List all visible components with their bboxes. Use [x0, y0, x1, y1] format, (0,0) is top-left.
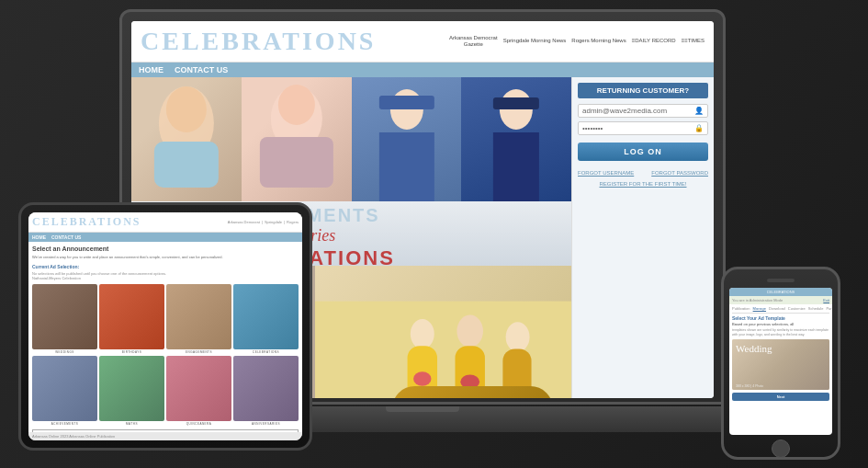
- tablet-nav: HOME CONTACT US: [28, 233, 302, 242]
- create-announcement-button[interactable]: CREATE YOUR ANNOUNCEMENT ❯: [392, 386, 553, 398]
- password-input-row: •••••••• 🔒: [578, 121, 708, 135]
- logo-daily: ≡DAILY RECORD: [632, 38, 676, 44]
- logon-button[interactable]: LOG ON: [578, 143, 708, 161]
- cat-achievements-img: [32, 356, 97, 421]
- phone-tab-customize[interactable]: Customize: [788, 306, 806, 311]
- tablet-site-title: CELEBRATIONS: [32, 215, 141, 229]
- password-display: ••••••••: [582, 124, 694, 132]
- tablet-cat-weddings[interactable]: WEDDINGS: [32, 284, 97, 354]
- cat-anniversaries-label: ANNIVERSARIES: [233, 422, 299, 426]
- tablet-cat-celebrations[interactable]: CELEBRATIONS: [233, 284, 299, 354]
- tablet-nav-contact[interactable]: CONTACT US: [51, 234, 81, 240]
- nav-contact[interactable]: CONTACT US: [175, 65, 228, 74]
- hero-grad2: [461, 77, 571, 201]
- hero-row: [131, 77, 571, 201]
- tablet-footer: Arkansas Online 2023 Arkansas Online Pub…: [28, 432, 302, 440]
- forgot-password-link[interactable]: FORGOT PASSWORD: [651, 170, 708, 176]
- svg-rect-11: [493, 132, 539, 201]
- logo-times: ≡≡TIMES: [682, 38, 705, 44]
- svg-point-20: [457, 315, 483, 348]
- svg-point-4: [278, 85, 315, 125]
- tablet-cat-quinceana[interactable]: QUINCEANERA: [166, 356, 231, 426]
- phone-preview-title: Wedding: [736, 343, 772, 354]
- hero-baby1: [131, 77, 242, 201]
- email-input-row: admin@wave2media.com 👤: [578, 104, 708, 118]
- tablet-header: CELEBRATIONS Arkansas Democrat|Springdal…: [28, 212, 302, 233]
- returning-customer-label: RETURNING CUSTOMER?: [578, 83, 708, 98]
- tablet-logos: Arkansas Democrat|Springdale|Rogers: [228, 220, 299, 224]
- site-logos: Arkansas DemocratGazette Springdale Morn…: [449, 35, 705, 48]
- svg-rect-17: [315, 302, 571, 398]
- phone-home-button[interactable]: [772, 439, 790, 458]
- svg-point-1: [166, 86, 207, 132]
- cat-engagements-label: ENGAGEMENTS: [166, 350, 231, 354]
- svg-rect-10: [493, 97, 539, 109]
- phone-speaker: [767, 279, 795, 282]
- tablet-nav-home[interactable]: HOME: [32, 234, 46, 240]
- cat-celebrations-label: CELEBRATIONS: [233, 350, 299, 354]
- forgot-username-link[interactable]: FORGOT USERNAME: [578, 170, 634, 176]
- tablet-screen: CELEBRATIONS Arkansas Democrat|Springdal…: [28, 212, 302, 440]
- phone-tab-download[interactable]: Download: [769, 306, 785, 311]
- tablet-body-text: We've created a way for you to write and…: [32, 255, 299, 260]
- register-link[interactable]: REGISTER FOR THE FIRST TIME!: [578, 181, 708, 187]
- cat-anniversaries-img: [233, 356, 299, 421]
- cat-celebrations-img: [233, 284, 299, 349]
- login-form: admin@wave2media.com 👤 •••••••• 🔒 LOG ON…: [578, 104, 708, 187]
- phone-preview-card: Wedding 380 x 380 | 4 Photo: [732, 339, 829, 390]
- phone-device: CELEBRATIONS You are in Administration M…: [721, 267, 840, 460]
- email-icon: 👤: [694, 107, 704, 115]
- svg-rect-5: [260, 137, 333, 188]
- password-icon: 🔒: [694, 124, 704, 132]
- tablet-select-title: Select an Announcement: [32, 245, 299, 252]
- hero-baby2: [242, 77, 352, 201]
- tablet-device: CELEBRATIONS Arkansas Democrat|Springdal…: [18, 202, 312, 451]
- phone-tab-purchase[interactable]: Purchase: [826, 306, 832, 311]
- site-sidebar: RETURNING CUSTOMER? admin@wave2media.com…: [571, 77, 714, 398]
- tablet-main: Select an Announcement We've created a w…: [28, 242, 302, 438]
- phone-exit-link[interactable]: Exit: [823, 298, 829, 302]
- tablet-nathanial-label: Nathanial-Meyers Celebration: [32, 276, 299, 280]
- phone-next-button[interactable]: Next: [732, 393, 829, 401]
- email-display: admin@wave2media.com: [582, 107, 694, 115]
- cat-maths-img: [99, 356, 164, 421]
- tablet-cat-anniversaries[interactable]: ANNIVERSARIES: [233, 356, 299, 426]
- phone-mode-bar: You are in Administration Mode: [732, 298, 783, 302]
- logo-springdale: Springdale Morning News: [503, 38, 567, 44]
- tablet-cat-maths[interactable]: MATHS: [99, 356, 164, 426]
- phone-tab-publication[interactable]: Publication: [732, 306, 750, 311]
- tablet-current-ad-label: Current Ad Selection:: [32, 264, 299, 269]
- tablet-cat-engagements[interactable]: ENGAGEMENTS: [166, 284, 231, 354]
- tablet-cat-achievements[interactable]: ACHIEVEMENTS: [32, 356, 97, 426]
- svg-rect-2: [154, 142, 219, 188]
- phone-tab-manage[interactable]: Manage: [753, 306, 766, 311]
- cat-birthdays-label: BIRTHDAYS: [99, 350, 164, 354]
- forgot-links: FORGOT USERNAME FORGOT PASSWORD: [578, 170, 708, 176]
- cat-weddings-label: WEDDINGS: [32, 350, 97, 354]
- phone-tab-schedule[interactable]: Schedule: [808, 306, 824, 311]
- nav-home[interactable]: HOME: [139, 65, 163, 74]
- cat-weddings-img: [32, 284, 97, 349]
- site-title: CELEBRATIONS: [141, 27, 376, 56]
- svg-rect-8: [378, 132, 434, 201]
- tablet-cat-birthdays[interactable]: BIRTHDAYS: [99, 284, 164, 354]
- hero-grad1: [352, 77, 462, 201]
- cat-quinceana-img: [166, 356, 231, 421]
- cat-engagements-img: [166, 284, 231, 349]
- phone-top-bar: CELEBRATIONS: [729, 288, 832, 296]
- phone-frame: CELEBRATIONS You are in Administration M…: [721, 267, 840, 460]
- tablet-categories: WEDDINGS BIRTHDAYS ENGAGEMENTS CELE: [32, 284, 299, 426]
- svg-rect-7: [378, 96, 434, 109]
- phone-body-text: templates shown are sorted by similarity…: [732, 328, 829, 337]
- bridesmaids-photo: CREATE YOUR ANNOUNCEMENT ❯ Terms and Con…: [315, 266, 571, 398]
- svg-point-24: [413, 371, 431, 386]
- site-header: CELEBRATIONS Arkansas DemocratGazette Sp…: [131, 21, 714, 63]
- cat-quinceana-label: QUINCEANERA: [166, 422, 231, 426]
- cat-maths-label: MATHS: [99, 422, 164, 426]
- tablet-content: Select an Announcement We've created a w…: [28, 242, 302, 438]
- svg-point-18: [411, 319, 434, 348]
- phone-preview-sub: 380 x 380 | 4 Photo: [736, 384, 763, 388]
- phone-screen: CELEBRATIONS You are in Administration M…: [729, 288, 832, 435]
- phone-main: Publication Manage Download Customize Sc…: [729, 304, 832, 403]
- tablet-frame: CELEBRATIONS Arkansas Democrat|Springdal…: [18, 202, 312, 451]
